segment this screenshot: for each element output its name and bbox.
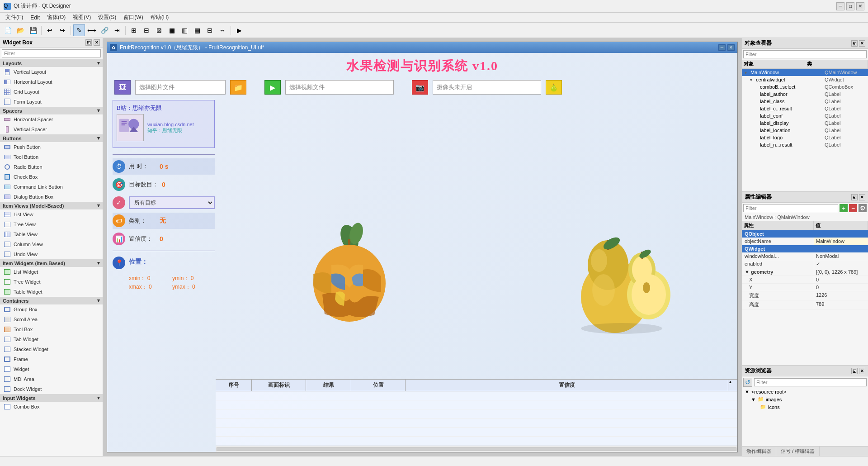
pe-row-geometry[interactable]: ▼ geometry [(0, 0), 1226 x 789]: [742, 268, 868, 276]
scroll-up-btn[interactable]: ▲: [728, 380, 737, 384]
widget-tool-box[interactable]: Tool Box: [0, 324, 103, 334]
section-containers[interactable]: Containers▾: [0, 297, 103, 304]
widget-check-box[interactable]: Check Box: [0, 172, 103, 182]
layout-grid-button[interactable]: ⊠: [153, 24, 165, 36]
menu-form[interactable]: 窗体(O): [43, 13, 69, 22]
oi-row-label-location[interactable]: label_location QLabel: [742, 127, 868, 134]
pe-options-button[interactable]: ⚙: [859, 204, 867, 212]
buddy-button[interactable]: 🔗: [99, 24, 110, 36]
widget-table-view[interactable]: Table View: [0, 229, 103, 239]
oi-row-label-conf[interactable]: label_conf QLabel: [742, 112, 868, 119]
widget-list-widget[interactable]: List Widget: [0, 267, 103, 277]
section-item-widgets[interactable]: Item Widgets (Item-Based)▾: [0, 259, 103, 267]
pe-filter-input[interactable]: [743, 204, 838, 212]
pe-float-btn[interactable]: ◱: [851, 194, 858, 200]
rb-refresh-btn[interactable]: ↺: [743, 378, 752, 387]
layout-h-button[interactable]: ⊞: [128, 24, 140, 36]
maximize-button[interactable]: □: [846, 2, 854, 10]
oi-row-central[interactable]: ▼ centralwidget QWidget: [742, 76, 868, 83]
oi-row-combo[interactable]: comboB...select QComboBox: [742, 83, 868, 90]
oi-close-btn[interactable]: ✕: [859, 40, 865, 47]
oi-row-label-class[interactable]: label_class QLabel: [742, 98, 868, 105]
video-path-field[interactable]: 选择视频文件: [285, 80, 394, 95]
widget-push-button[interactable]: Push Button: [0, 142, 103, 152]
pe-row-windowmodal[interactable]: windowModal... NonModal: [742, 252, 868, 260]
oi-row-label-logo[interactable]: label_logo QLabel: [742, 134, 868, 141]
widget-list-view[interactable]: List View: [0, 209, 103, 219]
pe-row-width[interactable]: 宽度 1226: [742, 291, 868, 300]
close-button[interactable]: ✕: [856, 2, 864, 10]
widget-box-filter[interactable]: [2, 49, 101, 57]
save-button[interactable]: 💾: [27, 24, 39, 36]
widget-scroll-area[interactable]: Scroll Area: [0, 314, 103, 324]
layout-v-button[interactable]: ⊟: [141, 24, 152, 36]
menu-settings[interactable]: 设置(S): [94, 13, 120, 22]
image-folder-button[interactable]: 📁: [230, 80, 246, 95]
layout-h2-button[interactable]: ▥: [179, 24, 190, 36]
menu-help[interactable]: 帮助(H): [147, 13, 173, 22]
rb-row-images[interactable]: ▼ 📁 images: [742, 395, 868, 403]
widget-tool-button[interactable]: Tool Button: [0, 152, 103, 162]
rb-row-root[interactable]: ▼ <resource root>: [742, 388, 868, 395]
undo-button[interactable]: ↩: [44, 24, 56, 36]
menu-window[interactable]: 窗口(W): [120, 13, 146, 22]
rb-filter-input[interactable]: [754, 378, 867, 386]
camera-field[interactable]: 摄像头未开启: [433, 80, 541, 95]
tab-signal-slot-editor[interactable]: 信号 / 槽编辑器: [776, 447, 820, 456]
menu-view[interactable]: 视图(V): [69, 13, 94, 22]
section-item-views[interactable]: Item Views (Model-Based)▾: [0, 202, 103, 209]
widget-undo-view[interactable]: Undo View: [0, 249, 103, 259]
oi-float-btn[interactable]: ◱: [851, 40, 858, 47]
pe-row-objectname[interactable]: objectName MainWindow: [742, 238, 868, 245]
widget-frame[interactable]: Frame: [0, 354, 103, 364]
oi-row-label-cresult[interactable]: label_c...result QLabel: [742, 105, 868, 112]
target-dropdown[interactable]: 所有目标: [129, 196, 215, 209]
widget-group-box[interactable]: Group Box: [0, 304, 103, 314]
image-path-field[interactable]: 选择图片文件: [135, 80, 226, 95]
tab-action-editor[interactable]: 动作编辑器: [742, 447, 776, 456]
preview-button[interactable]: ▶: [233, 24, 245, 36]
widget-dialog-button[interactable]: Dialog Button Box: [0, 192, 103, 202]
camera-icon-button[interactable]: 📷: [412, 80, 428, 95]
pe-row-height[interactable]: 高度 789: [742, 300, 868, 309]
widget-form-layout[interactable]: Form Layout: [0, 97, 103, 107]
rb-row-icons[interactable]: 📁 icons: [742, 403, 868, 411]
widget-table-widget[interactable]: Table Widget: [0, 287, 103, 297]
signal-slot-button[interactable]: ⟷: [86, 24, 98, 36]
widget-radio-button[interactable]: Radio Button: [0, 162, 103, 172]
minimize-button[interactable]: ─: [836, 2, 844, 10]
widget-horizontal-layout[interactable]: Horizontal Layout: [0, 77, 103, 87]
section-buttons[interactable]: Buttons▾: [0, 134, 103, 142]
select-image-icon-button[interactable]: 🖼: [114, 80, 131, 95]
open-button[interactable]: 📂: [14, 24, 26, 36]
pe-remove-button[interactable]: −: [849, 204, 857, 212]
widget-tree-view[interactable]: Tree View: [0, 219, 103, 229]
oi-row-mainwindow[interactable]: ▼ MainWindow QMainWindow: [742, 69, 868, 76]
pear-button[interactable]: 🍐: [546, 80, 562, 95]
oi-filter-input[interactable]: [743, 50, 867, 58]
widget-h-spacer[interactable]: Horizontal Spacer: [0, 114, 103, 124]
pe-row-enabled[interactable]: enabled ✓: [742, 260, 868, 268]
table-body[interactable]: [216, 391, 737, 446]
widget-vertical-layout[interactable]: Vertical Layout: [0, 67, 103, 77]
widget-mdi[interactable]: MDI Area: [0, 374, 103, 384]
pe-close-btn[interactable]: ✕: [859, 194, 865, 200]
select-video-icon-button[interactable]: ▶: [264, 80, 281, 95]
oi-row-label-nresult[interactable]: label_n...result QLabel: [742, 141, 868, 148]
redo-button[interactable]: ↪: [57, 24, 68, 36]
widget-grid-layout[interactable]: Grid Layout: [0, 87, 103, 97]
rb-float-btn[interactable]: ◱: [851, 368, 858, 374]
layout-v2-button[interactable]: ▤: [191, 24, 203, 36]
rb-close-btn[interactable]: ✕: [859, 368, 865, 374]
widget-column-view[interactable]: Column View: [0, 239, 103, 249]
widget-tab-widget[interactable]: Tab Widget: [0, 334, 103, 344]
widget-widget[interactable]: Widget: [0, 364, 103, 374]
tab-order-button[interactable]: ⇥: [111, 24, 123, 36]
widget-tree-widget[interactable]: Tree Widget: [0, 277, 103, 287]
widget-editor-button[interactable]: ✎: [73, 24, 85, 36]
pe-add-button[interactable]: +: [840, 204, 848, 212]
oi-row-label-display[interactable]: label_display QLabel: [742, 119, 868, 127]
menu-edit[interactable]: Edit: [27, 14, 43, 22]
widget-combo-box[interactable]: Combo Box: [0, 402, 103, 412]
widget-stacked[interactable]: Stacked Widget: [0, 344, 103, 354]
